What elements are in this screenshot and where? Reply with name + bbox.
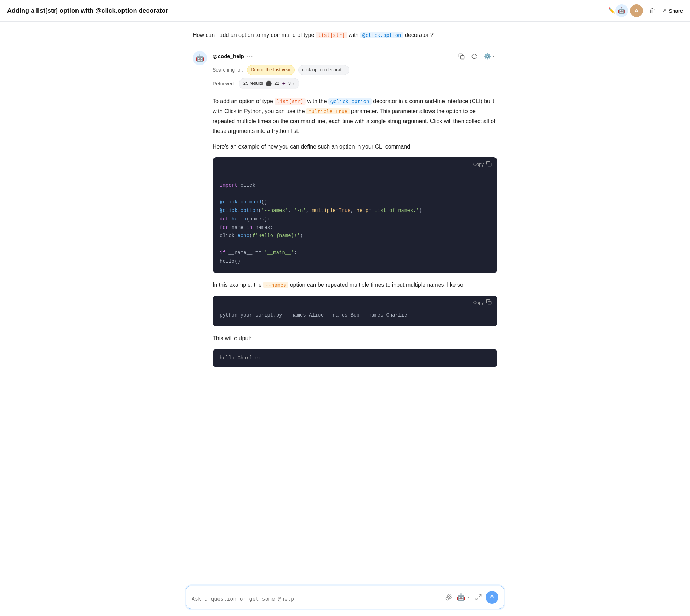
- code-line: click.echo(f'Hello {name}!'): [220, 232, 490, 240]
- code-line: import click: [220, 181, 490, 190]
- edit-icon[interactable]: ✏️: [608, 6, 615, 15]
- bot-header: @code_help ··· ⚙️: [213, 51, 497, 61]
- code-line: hello(): [220, 257, 490, 266]
- user-avatar-header: A: [630, 4, 643, 17]
- code-block-1-header: Copy: [213, 157, 497, 172]
- bot-response: 🤖 @code_help ··· ⚙️: [193, 51, 497, 367]
- header-actions: 🤖 A 🗑 ↗ Share: [615, 4, 683, 17]
- code-line: [220, 240, 490, 249]
- code-line: def hello(names):: [220, 215, 490, 224]
- code-line: [220, 173, 490, 181]
- chevron-right-icon: ›: [293, 80, 295, 88]
- copy-button-2[interactable]: Copy: [473, 299, 492, 306]
- bot-content: @code_help ··· ⚙️: [213, 51, 497, 367]
- page-header: Adding a list[str] option with @click.op…: [0, 0, 690, 22]
- bot-paragraph-2: In this example, the --names option can …: [213, 280, 497, 290]
- copy-label-2: Copy: [473, 300, 484, 305]
- slack-icon: ✦: [282, 79, 286, 88]
- code-block-2-content: python your_script.py --names Alice --na…: [213, 310, 497, 327]
- bot-name-row: @code_help ···: [213, 51, 253, 61]
- svg-rect-0: [461, 55, 464, 59]
- share-button[interactable]: ↗ Share: [662, 7, 683, 14]
- retrieved-label: Retrieved:: [213, 80, 235, 88]
- github-count: 22: [274, 80, 279, 87]
- code-line: [220, 190, 490, 198]
- retrieved-row: Retrieved: 25 results ⚫ 22 ✦ 3 ›: [213, 78, 497, 89]
- user-code-2: @click.option: [360, 32, 403, 38]
- code-line: for name in names:: [220, 224, 490, 232]
- retrieved-count: 25 results: [243, 80, 263, 87]
- output-intro: This will output:: [213, 334, 497, 343]
- refresh-action-button[interactable]: [470, 52, 479, 61]
- main-content: How can I add an option to my command of…: [186, 22, 504, 418]
- bot-menu-dots[interactable]: ···: [247, 51, 253, 61]
- search-tag-date: During the last year: [247, 65, 295, 75]
- searching-label: Searching for:: [213, 66, 243, 74]
- retrieved-badge[interactable]: 25 results ⚫ 22 ✦ 3 ›: [239, 78, 299, 89]
- slack-count: 3: [288, 80, 291, 87]
- copy-icon-2: [486, 299, 492, 306]
- copy-action-button[interactable]: [457, 52, 466, 61]
- inline-click-option: @click.option: [328, 98, 372, 105]
- example-intro: Here's an example of how you can define …: [213, 142, 497, 152]
- bottom-snippet: hello Charlie:: [220, 355, 261, 361]
- user-message: How can I add an option to my command of…: [193, 30, 497, 40]
- search-tag-topic: click.option decorat...: [298, 65, 349, 75]
- bot-actions: ⚙️: [457, 51, 497, 61]
- user-message-text: How can I add an option to my command of…: [193, 30, 497, 40]
- svg-rect-1: [488, 163, 491, 166]
- code-block-2: Copy python your_script.py --names Alice…: [213, 296, 497, 327]
- avatar-group: 🤖 A: [615, 4, 643, 17]
- bot-name: @code_help: [213, 52, 244, 61]
- copy-label-1: Copy: [473, 162, 484, 167]
- share-icon: ↗: [662, 7, 667, 14]
- code-block-2-header: Copy: [213, 296, 497, 310]
- code-line: @click.option('--names', '-n', multiple=…: [220, 207, 490, 215]
- trash-button[interactable]: 🗑: [648, 6, 657, 16]
- code-block-1: Copy import click @click.command() @clic…: [213, 157, 497, 273]
- inline-list-str: list[str]: [275, 98, 306, 105]
- settings-action-button[interactable]: ⚙️: [482, 51, 497, 61]
- bottom-code-block: hello Charlie:: [213, 349, 497, 367]
- inline-multiple-true: multiple=True: [306, 108, 350, 114]
- inline-names: --names: [263, 282, 288, 288]
- code-line: python your_script.py --names Alice --na…: [220, 311, 490, 320]
- svg-rect-2: [488, 301, 491, 304]
- share-label: Share: [669, 8, 683, 14]
- search-info: Searching for: During the last year clic…: [213, 65, 497, 75]
- bot-avatar-header: 🤖: [615, 4, 628, 17]
- code-line: if __name__ == '__main__':: [220, 249, 490, 257]
- github-icon: ⚫: [265, 79, 272, 88]
- user-code-1: list[str]: [316, 32, 347, 38]
- copy-button-1[interactable]: Copy: [473, 161, 492, 168]
- copy-icon-1: [486, 161, 492, 168]
- code-line: @click.command(): [220, 198, 490, 207]
- bot-avatar: 🤖: [193, 51, 207, 65]
- code-block-1-content: import click @click.command() @click.opt…: [213, 172, 497, 273]
- page-title: Adding a list[str] option with @click.op…: [7, 6, 605, 16]
- bottom-code-content: hello Charlie:: [213, 349, 497, 367]
- bot-paragraph-1: To add an option of type list[str] with …: [213, 96, 497, 136]
